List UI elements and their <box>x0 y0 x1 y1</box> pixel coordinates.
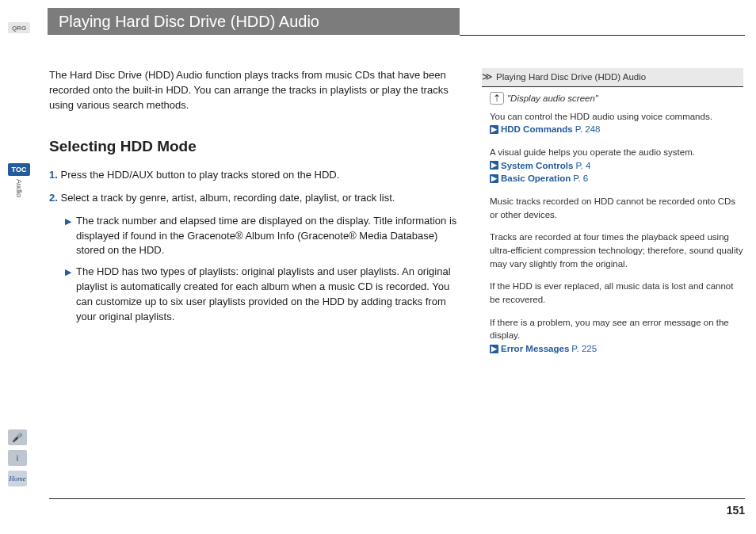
link-arrow-icon: ▶ <box>490 125 498 134</box>
toc-badge[interactable]: TOC <box>8 163 30 176</box>
link-label: System Controls <box>501 159 573 173</box>
qrg-badge[interactable]: QRG <box>8 22 30 33</box>
link-page: P. 4 <box>575 159 590 173</box>
voice-icon-small: ⇡ <box>490 92 504 105</box>
link-page: P. 248 <box>575 123 601 136</box>
side-block: Music tracks recorded on HDD cannot be r… <box>490 195 743 221</box>
step-text: Select a track by genre, artist, album, … <box>60 192 395 204</box>
step-text: Press the HDD/AUX button to play tracks … <box>60 169 339 181</box>
section-label-vertical: Audio <box>15 179 23 197</box>
link-arrow-icon: ▶ <box>490 161 498 170</box>
side-block-text: If there is a problem, you may see an er… <box>490 316 743 342</box>
page-number: 151 <box>727 504 745 517</box>
side-block-text: Tracks are recorded at four times the pl… <box>490 231 743 270</box>
chevron-icon: ≫ <box>482 70 493 85</box>
triangle-icon: ▶ <box>65 214 71 259</box>
bullet-item: ▶ The track number and elapsed time are … <box>65 214 461 259</box>
page-title-bar: Playing Hard Disc Drive (HDD) Audio <box>48 8 460 35</box>
triangle-icon: ▶ <box>65 265 71 324</box>
page-content: Playing Hard Disc Drive (HDD) Audio The … <box>38 0 756 534</box>
bullet-text: The track number and elapsed time are di… <box>76 214 461 259</box>
cross-ref-link[interactable]: ▶ System Controls P. 4 <box>490 159 743 173</box>
side-block-text: If the HDD is ever replaced, all music d… <box>490 280 743 306</box>
voice-icon[interactable]: 🎤 <box>8 429 27 445</box>
bullet-item: ▶ The HDD has two types of playlists: or… <box>65 265 461 324</box>
link-label: Basic Operation <box>501 172 571 185</box>
side-header-text: Playing Hard Disc Drive (HDD) Audio <box>496 71 646 84</box>
step-1: 1. Press the HDD/AUX button to play trac… <box>49 168 461 183</box>
info-icon[interactable]: i <box>8 450 27 466</box>
side-block-text: A visual guide helps you operate the aud… <box>490 146 743 159</box>
link-arrow-icon: ▶ <box>490 345 498 353</box>
voice-command-line: ⇡ "Display audio screen" <box>490 92 743 105</box>
section-heading: Selecting HDD Mode <box>49 135 461 158</box>
step-number: 2. <box>49 192 58 204</box>
intro-paragraph: The Hard Disc Drive (HDD) Audio function… <box>49 68 461 113</box>
step-number: 1. <box>49 169 58 181</box>
voice-command-text: "Display audio screen" <box>507 92 598 105</box>
page-title: Playing Hard Disc Drive (HDD) Audio <box>59 13 319 31</box>
side-block: If the HDD is ever replaced, all music d… <box>490 280 743 306</box>
side-block: If there is a problem, you may see an er… <box>490 316 743 356</box>
side-column-header: ≫ Playing Hard Disc Drive (HDD) Audio <box>482 68 743 86</box>
link-arrow-icon: ▶ <box>490 174 498 183</box>
main-column: The Hard Disc Drive (HDD) Audio function… <box>49 68 461 331</box>
side-rule <box>482 86 743 87</box>
cross-ref-link[interactable]: ▶ Error Messages P. 225 <box>490 342 743 356</box>
side-column: ≫ Playing Hard Disc Drive (HDD) Audio ⇡ … <box>482 68 743 365</box>
bullet-list: ▶ The track number and elapsed time are … <box>65 214 461 325</box>
link-label: HDD Commands <box>501 123 573 136</box>
left-sidebar: QRG TOC Audio 🎤 i Home <box>0 0 38 534</box>
link-label: Error Messages <box>501 342 569 356</box>
link-page: P. 225 <box>571 342 597 356</box>
footer-rule <box>49 498 745 499</box>
link-page: P. 6 <box>573 172 588 185</box>
cross-ref-link[interactable]: ▶ Basic Operation P. 6 <box>490 172 743 185</box>
side-block: A visual guide helps you operate the aud… <box>490 146 743 185</box>
toc-group: TOC Audio <box>8 163 30 197</box>
side-block: Tracks are recorded at four times the pl… <box>490 231 743 270</box>
side-block-text: You can control the HDD audio using voic… <box>490 110 743 124</box>
side-icons: 🎤 i Home <box>8 429 30 486</box>
side-block-text: Music tracks recorded on HDD cannot be r… <box>490 195 743 221</box>
home-icon[interactable]: Home <box>8 471 27 486</box>
bullet-text: The HDD has two types of playlists: orig… <box>76 265 461 324</box>
title-rule <box>460 35 745 36</box>
side-block: You can control the HDD audio using voic… <box>490 110 743 136</box>
cross-ref-link[interactable]: ▶ HDD Commands P. 248 <box>490 123 743 136</box>
step-2: 2. Select a track by genre, artist, albu… <box>49 191 461 206</box>
